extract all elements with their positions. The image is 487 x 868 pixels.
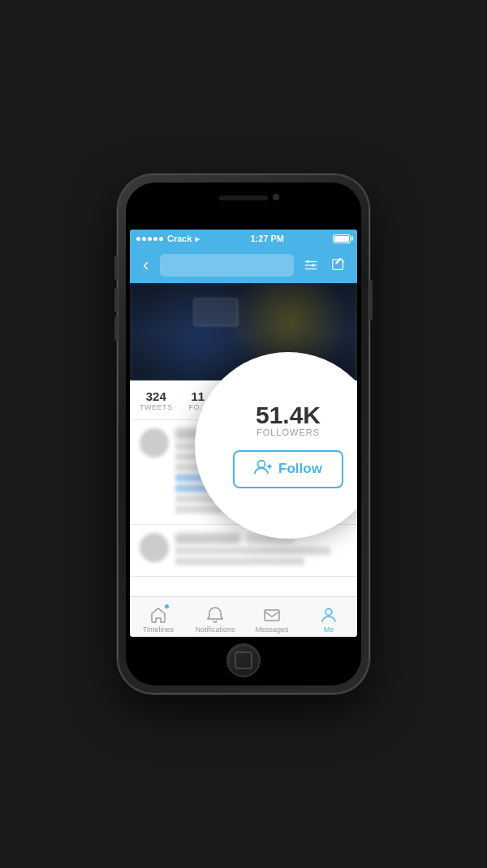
carrier-label: Crack: [167, 234, 192, 243]
me-label: Me: [324, 625, 334, 634]
avatar: [140, 533, 169, 562]
tweets-count: 324: [140, 389, 173, 403]
follow-button[interactable]: Follow: [233, 450, 343, 488]
tweets-stat: 324 TWEETS: [140, 389, 173, 411]
phone-inner: Crack ► 1:27 PM ‹: [126, 183, 361, 685]
mail-icon: [263, 606, 281, 624]
tab-me[interactable]: Me: [300, 601, 357, 634]
tab-timelines[interactable]: Timelines: [130, 601, 187, 634]
avatar: [140, 428, 169, 458]
filter-icon[interactable]: [300, 255, 321, 276]
bell-icon: [206, 606, 224, 624]
home-button[interactable]: [226, 643, 261, 677]
home-icon: [149, 606, 167, 624]
tab-messages[interactable]: Messages: [244, 601, 300, 634]
tweet-item: [130, 525, 357, 577]
search-bar[interactable]: [160, 254, 294, 277]
tab-bar: Timelines Notifications: [130, 596, 357, 637]
followers-count: 51.4K: [256, 403, 321, 428]
home-dot: [165, 604, 169, 608]
back-button[interactable]: ‹: [138, 251, 153, 279]
svg-point-11: [325, 608, 332, 615]
wifi-icon: ►: [194, 234, 202, 243]
status-time: 1:27 PM: [250, 234, 284, 243]
followers-stats: 51.4K FOLLOWERS: [256, 403, 321, 437]
nav-bar: ‹: [130, 247, 357, 283]
edit-icon[interactable]: [328, 255, 349, 276]
phone-frame: Crack ► 1:27 PM ‹: [118, 174, 369, 694]
svg-point-3: [307, 260, 310, 264]
follow-person-icon: [254, 460, 272, 479]
tweets-label: TWEETS: [140, 403, 173, 411]
tab-notifications[interactable]: Notifications: [187, 601, 244, 634]
followers-label: FOLLOWERS: [256, 428, 321, 437]
svg-point-4: [312, 264, 315, 267]
messages-label: Messages: [255, 625, 288, 634]
notifications-label: Notifications: [195, 625, 235, 634]
front-camera: [273, 194, 279, 200]
following-count: 11: [189, 389, 208, 403]
person-icon: [320, 606, 338, 624]
status-bar: Crack ► 1:27 PM: [130, 230, 357, 247]
speaker: [219, 196, 268, 200]
svg-rect-10: [265, 610, 279, 621]
follow-label: Follow: [278, 461, 322, 477]
svg-point-7: [258, 460, 265, 467]
battery-icon: [333, 234, 351, 243]
screen: Crack ► 1:27 PM ‹: [130, 230, 357, 637]
timelines-label: Timelines: [143, 625, 174, 634]
